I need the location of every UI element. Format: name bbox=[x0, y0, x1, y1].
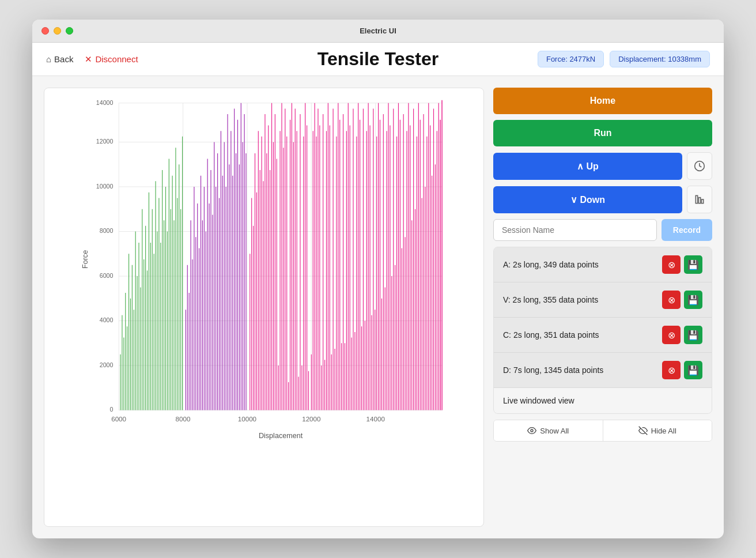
hide-all-label: Hide All bbox=[651, 427, 676, 435]
header-metrics: Force: 2477kN Displacement: 10338mm bbox=[538, 51, 710, 67]
visibility-row: Show All Hide All bbox=[493, 420, 712, 442]
session-v-delete[interactable]: ⊗ bbox=[662, 291, 681, 309]
minimize-button[interactable] bbox=[54, 27, 61, 35]
session-v-actions: ⊗ 💾 bbox=[662, 291, 702, 309]
page-title: Tensile Tester bbox=[317, 48, 439, 70]
svg-text:8000: 8000 bbox=[100, 227, 114, 234]
session-c-save[interactable]: 💾 bbox=[684, 326, 702, 344]
svg-text:12000: 12000 bbox=[96, 138, 114, 145]
up-arrow-icon: ∧ bbox=[577, 161, 584, 171]
clock-button[interactable] bbox=[687, 152, 712, 180]
session-c-actions: ⊗ 💾 bbox=[662, 326, 702, 344]
hide-all-button[interactable]: Hide All bbox=[603, 420, 712, 441]
header: ⌂ Back ✕ Disconnect Tensile Tester Force… bbox=[32, 43, 724, 76]
session-c-label: C: 2s long, 351 data points bbox=[503, 330, 599, 340]
traffic-lights bbox=[41, 27, 73, 35]
titlebar: Electric UI bbox=[32, 20, 724, 43]
session-v-save[interactable]: 💾 bbox=[684, 291, 702, 309]
svg-text:10000: 10000 bbox=[96, 183, 114, 190]
svg-text:14000: 14000 bbox=[366, 415, 385, 423]
svg-text:6000: 6000 bbox=[111, 415, 126, 423]
svg-text:0: 0 bbox=[110, 406, 114, 413]
svg-text:10000: 10000 bbox=[238, 415, 256, 423]
close-button[interactable] bbox=[41, 27, 49, 35]
displacement-badge: Displacement: 10338mm bbox=[610, 51, 710, 67]
session-a-save[interactable]: 💾 bbox=[684, 255, 702, 274]
pink-series bbox=[250, 100, 442, 410]
up-row: ∧ Up bbox=[493, 152, 712, 180]
main-content: 0 2000 4000 6000 8000 10000 12000 14000 … bbox=[32, 76, 724, 538]
run-button[interactable]: Run bbox=[493, 120, 712, 146]
y-axis-title: Force bbox=[81, 250, 89, 269]
record-button[interactable]: Record bbox=[662, 219, 712, 241]
svg-text:6000: 6000 bbox=[100, 272, 114, 279]
back-link[interactable]: ⌂ Back bbox=[46, 54, 73, 64]
eye-off-icon bbox=[638, 426, 648, 435]
down-row: ∨ Down bbox=[493, 186, 712, 213]
svg-rect-219 bbox=[701, 199, 703, 203]
header-nav: ⌂ Back ✕ Disconnect bbox=[46, 54, 138, 65]
session-d-delete[interactable]: ⊗ bbox=[662, 361, 681, 379]
session-d-actions: ⊗ 💾 bbox=[662, 361, 702, 379]
back-label: Back bbox=[54, 54, 73, 64]
show-all-label: Show All bbox=[540, 427, 569, 435]
session-item-c: C: 2s long, 351 data points ⊗ 💾 bbox=[494, 318, 712, 353]
maximize-button[interactable] bbox=[66, 27, 73, 35]
up-button[interactable]: ∧ Up bbox=[493, 153, 682, 180]
svg-text:4000: 4000 bbox=[100, 316, 114, 323]
show-all-button[interactable]: Show All bbox=[494, 420, 603, 441]
clock-icon bbox=[694, 160, 705, 172]
eye-icon bbox=[527, 426, 536, 435]
svg-rect-218 bbox=[698, 198, 700, 203]
right-panel: Home Run ∧ Up ∨ Down bbox=[493, 88, 712, 527]
x-icon: ✕ bbox=[85, 54, 92, 65]
session-item-d: D: 7s long, 1345 data points ⊗ 💾 bbox=[494, 353, 712, 388]
down-button[interactable]: ∨ Down bbox=[493, 186, 682, 213]
session-c-delete[interactable]: ⊗ bbox=[662, 326, 681, 344]
session-a-delete[interactable]: ⊗ bbox=[662, 255, 681, 274]
x-axis-title: Displacement bbox=[259, 432, 303, 440]
window-title: Electric UI bbox=[360, 27, 396, 35]
session-name-input[interactable] bbox=[493, 219, 657, 241]
session-live-label: Live windowed view bbox=[503, 396, 574, 405]
disconnect-label: Disconnect bbox=[95, 54, 138, 64]
svg-rect-217 bbox=[695, 195, 697, 203]
svg-point-220 bbox=[531, 429, 533, 432]
chart-panel: 0 2000 4000 6000 8000 10000 12000 14000 … bbox=[44, 88, 484, 527]
purple-series bbox=[186, 103, 246, 410]
home-icon: ⌂ bbox=[46, 54, 51, 64]
svg-text:8000: 8000 bbox=[176, 415, 191, 423]
bars-icon bbox=[694, 194, 705, 205]
chart-svg: 0 2000 4000 6000 8000 10000 12000 14000 … bbox=[54, 97, 474, 455]
session-item-a: A: 2s long, 349 data points ⊗ 💾 bbox=[494, 247, 712, 282]
app-window: Electric UI ⌂ Back ✕ Disconnect Tensile … bbox=[32, 20, 724, 538]
bars-button[interactable] bbox=[687, 186, 712, 213]
sessions-list: A: 2s long, 349 data points ⊗ 💾 V: 2s lo… bbox=[493, 247, 712, 414]
session-item-live: Live windowed view bbox=[494, 388, 712, 413]
session-d-save[interactable]: 💾 bbox=[684, 361, 702, 379]
force-badge: Force: 2477kN bbox=[538, 51, 604, 67]
svg-text:12000: 12000 bbox=[302, 415, 320, 423]
session-a-label: A: 2s long, 349 data points bbox=[503, 260, 599, 269]
svg-text:2000: 2000 bbox=[100, 361, 114, 368]
session-item-v: V: 2s long, 355 data points ⊗ 💾 bbox=[494, 282, 712, 318]
home-button[interactable]: Home bbox=[493, 88, 712, 114]
session-a-actions: ⊗ 💾 bbox=[662, 255, 702, 274]
green-series bbox=[120, 137, 183, 410]
svg-text:14000: 14000 bbox=[96, 99, 114, 106]
disconnect-link[interactable]: ✕ Disconnect bbox=[85, 54, 138, 65]
down-arrow-icon: ∨ bbox=[570, 195, 577, 205]
session-row: Record bbox=[493, 219, 712, 241]
session-v-label: V: 2s long, 355 data points bbox=[503, 295, 598, 304]
session-d-label: D: 7s long, 1345 data points bbox=[503, 365, 603, 375]
